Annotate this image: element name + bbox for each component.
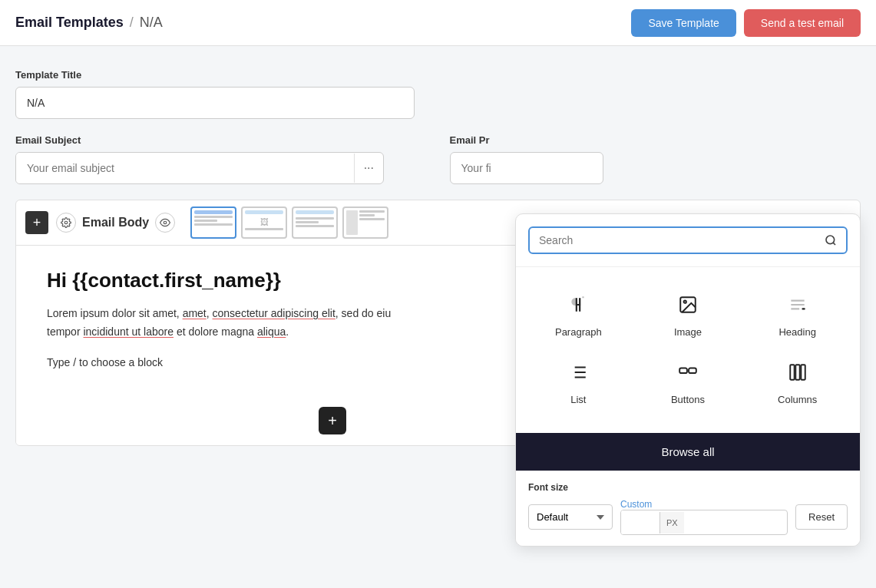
font-size-unit: PX [659,512,684,533]
email-subject-options[interactable]: ··· [354,154,383,183]
email-body-label: Email Body [82,216,149,230]
paragraph-icon [568,295,588,320]
layout-thumb-3[interactable] [292,206,338,239]
browse-all-button[interactable]: Browse all [516,433,860,471]
svg-rect-15 [790,365,794,380]
svg-point-5 [684,301,686,303]
columns-icon [788,362,808,388]
custom-label: Custom [620,499,788,510]
layout-thumb-4[interactable] [342,206,388,239]
search-button[interactable] [825,234,837,246]
svg-rect-16 [795,365,799,380]
svg-rect-14 [689,368,696,374]
breadcrumb-home[interactable]: Email Templates [15,15,124,31]
text-consectetur: consectetur adipiscing elit [213,307,336,319]
heading-label: Heading [778,326,815,338]
email-subject-field: Email Subject ··· [15,134,427,184]
template-title-field: Template Title [15,69,861,119]
email-preview-input[interactable] [450,152,603,184]
editor-label: Email Body [56,213,175,233]
search-input[interactable] [539,234,818,246]
breadcrumb-separator: / [130,15,134,31]
block-buttons[interactable]: Buttons [633,350,743,418]
send-test-email-button[interactable]: Send a test email [744,9,861,37]
email-fields-row: Email Subject ··· Email Pr [15,134,861,184]
layout-thumbnails: 🖼 [190,206,388,239]
block-paragraph[interactable]: Paragraph [524,282,633,350]
heading-icon [788,295,808,320]
email-subject-wrapper: ··· [15,152,384,184]
svg-rect-17 [801,365,805,380]
paragraph-label: Paragraph [555,326,602,338]
add-block-float-button[interactable]: + [319,407,346,434]
layout-thumb-2[interactable]: 🖼 [241,206,287,239]
block-image[interactable]: Image [633,282,743,350]
block-types-grid: Paragraph Image [516,267,860,433]
settings-icon[interactable] [56,213,76,233]
template-title-input[interactable] [15,87,415,119]
plus-icon: + [328,412,337,430]
preview-icon[interactable] [155,213,175,233]
font-size-row: Default Small Medium Large X-Large Custo… [528,499,848,535]
app-header: Email Templates / N/A Save Template Send… [0,0,876,46]
text-aliqua: aliqua [257,325,286,338]
email-subject-label: Email Subject [15,134,427,146]
svg-point-0 [64,221,68,224]
search-bar [516,214,860,267]
buttons-icon [678,362,698,388]
font-size-panel: Font size Default Small Medium Large X-L… [516,471,860,546]
font-size-select[interactable]: Default Small Medium Large X-Large [528,504,613,530]
columns-label: Columns [778,394,817,405]
block-list[interactable]: List [524,350,633,418]
svg-rect-6 [802,308,805,309]
main-content: Template Title Email Subject ··· Email P… [0,46,876,588]
font-size-custom-input[interactable] [621,510,659,534]
layout-thumb-1[interactable] [190,206,236,239]
list-label: List [570,394,586,405]
text-amet: amet [183,307,207,319]
header-actions: Save Template Send a test email [631,9,861,37]
font-size-custom-wrapper: PX [620,510,788,535]
save-template-button[interactable]: Save Template [631,9,736,37]
email-preview-label: Email Pr [450,134,861,146]
buttons-label: Buttons [671,394,705,405]
text-incididunt: incididunt ut labore [83,325,174,338]
svg-point-2 [826,236,835,244]
image-icon [678,295,698,320]
breadcrumb: Email Templates / N/A [15,15,163,31]
block-picker-panel: Paragraph Image [515,213,861,547]
svg-rect-13 [679,368,687,374]
template-title-label: Template Title [15,69,861,81]
font-size-reset-button[interactable]: Reset [795,504,848,530]
add-block-toolbar-button[interactable]: + [25,211,48,234]
email-preview-field: Email Pr [450,134,861,184]
image-label: Image [674,326,702,338]
email-subject-input[interactable] [16,153,354,183]
block-columns[interactable]: Columns [742,350,852,418]
list-icon [568,362,588,388]
search-input-wrapper [528,226,848,254]
svg-point-1 [164,221,167,224]
block-heading[interactable]: Heading [742,282,852,350]
font-size-label: Font size [528,482,848,493]
svg-line-3 [833,243,835,245]
breadcrumb-current: N/A [140,15,163,31]
